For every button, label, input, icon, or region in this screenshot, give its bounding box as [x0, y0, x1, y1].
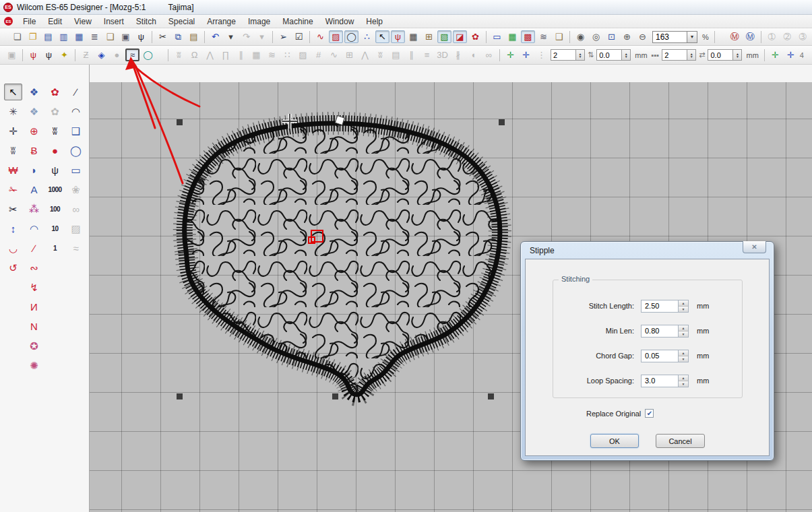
- pointer-tool-icon[interactable]: ↖: [375, 30, 389, 43]
- open-shape-digitize-icon[interactable]: И: [25, 298, 43, 315]
- binoculars-disabled-icon[interactable]: ∞: [67, 201, 85, 218]
- offset-object-icon[interactable]: ◈: [94, 49, 108, 61]
- parallel-hatch-icon[interactable]: ∕: [67, 84, 85, 100]
- reshape-object-icon[interactable]: ❖: [25, 84, 43, 100]
- menu-insert[interactable]: Insert: [98, 15, 130, 28]
- stitch-length-spinner[interactable]: ▲▼: [679, 300, 689, 313]
- stitch-length-input[interactable]: [641, 300, 679, 313]
- zoom-previous-icon[interactable]: ◎: [589, 30, 603, 43]
- align-points-icon[interactable]: ✛: [784, 49, 798, 61]
- menu-arrange[interactable]: Arrange: [201, 15, 242, 28]
- zoom-100-icon[interactable]: 100: [46, 201, 64, 218]
- ellipse-tool-icon[interactable]: ◯: [67, 142, 85, 159]
- curved-fill-icon[interactable]: ∿: [327, 49, 341, 61]
- run-digitize-icon[interactable]: ∕: [25, 240, 43, 257]
- import-machine-file-icon[interactable]: ▦: [72, 30, 86, 43]
- hatch-fill-view-icon[interactable]: ▨: [329, 30, 343, 43]
- zoom-1to1-icon[interactable]: ◉: [573, 30, 588, 43]
- menu-view[interactable]: View: [68, 15, 98, 28]
- zoom-box-icon[interactable]: ⊡: [604, 30, 619, 43]
- new-design-icon[interactable]: ❏: [10, 30, 24, 43]
- count-input[interactable]: [662, 49, 687, 61]
- undo-dropdown-icon[interactable]: ▾: [224, 30, 238, 43]
- rotate-stitch-icon[interactable]: ⊕: [25, 123, 43, 139]
- hoop-select-icon[interactable]: ▣: [5, 49, 19, 61]
- closed-shape-digitize-icon[interactable]: N: [25, 318, 43, 335]
- overlap-remove-icon[interactable]: ✪: [25, 338, 43, 354]
- ok-button[interactable]: OK: [590, 434, 639, 448]
- spacing-options-icon[interactable]: ⋮: [534, 49, 549, 61]
- zoom-dropdown-icon[interactable]: ▾: [687, 31, 697, 43]
- oval-effect-icon[interactable]: ◖: [466, 49, 480, 61]
- measure-tool-icon[interactable]: ↕: [4, 220, 22, 237]
- stitch-angle-icon[interactable]: ₩: [4, 162, 22, 179]
- density-input[interactable]: [551, 49, 576, 61]
- loop-effect-icon[interactable]: ∞: [482, 49, 496, 61]
- fur-effect-icon[interactable]: ∦: [451, 49, 465, 61]
- quick-select-icon[interactable]: ➢: [276, 30, 290, 43]
- zoom-out-icon[interactable]: ⊖: [635, 30, 650, 43]
- zoom-in-icon[interactable]: ⊕: [620, 30, 634, 43]
- auto-length-icon[interactable]: ✛: [519, 49, 533, 61]
- dialog-close-button[interactable]: ✕: [743, 241, 766, 253]
- 3d-warp-icon[interactable]: 3D: [435, 49, 449, 61]
- zigzag-run-icon[interactable]: ↯: [25, 279, 43, 296]
- lettering-tool-icon[interactable]: A: [25, 181, 43, 198]
- peak-fill-icon[interactable]: ⋀: [358, 49, 372, 61]
- zoom-1000-icon[interactable]: 1000: [46, 181, 64, 198]
- menu-stitch[interactable]: Stitch: [130, 15, 162, 28]
- min-len-input[interactable]: [641, 325, 679, 338]
- auto-options-icon[interactable]: ☑: [292, 30, 306, 43]
- print-preview-icon[interactable]: ❑: [103, 30, 117, 43]
- arc-reshape-icon[interactable]: ◠: [25, 220, 43, 237]
- count-spinner[interactable]: ▲▼: [687, 49, 696, 61]
- zoom-10-icon[interactable]: 10: [46, 220, 64, 237]
- paste-icon[interactable]: ▤: [187, 30, 201, 43]
- stitch-edit-icon[interactable]: ψ: [26, 49, 40, 61]
- stitch-insert-icon[interactable]: ψ: [42, 49, 56, 61]
- bean-stitch-icon[interactable]: ●: [46, 142, 64, 159]
- stitch-machine-icon[interactable]: ▣: [119, 30, 133, 43]
- zoom-1-icon[interactable]: 1: [46, 240, 64, 257]
- applique-disabled-icon[interactable]: ▨: [67, 220, 85, 237]
- loop-stitch-icon[interactable]: Ω: [187, 49, 201, 61]
- stitch-list-icon[interactable]: Ƶ: [79, 49, 93, 61]
- undo-icon[interactable]: ↶: [208, 30, 222, 43]
- artwork-view-icon[interactable]: ✿: [468, 30, 482, 43]
- small-stitch-cut-icon[interactable]: ✁: [4, 181, 22, 198]
- monitor-icon[interactable]: ▭: [490, 30, 504, 43]
- redo-dropdown-icon[interactable]: ▾: [255, 30, 269, 43]
- auto-spacing-icon[interactable]: ✛: [503, 49, 518, 61]
- menu-window[interactable]: Window: [319, 15, 361, 28]
- arc-digitize-icon[interactable]: ◠: [67, 103, 85, 120]
- flower-outline-icon[interactable]: ✿: [46, 103, 64, 120]
- mirror-merge-icon[interactable]: ⁂: [25, 201, 43, 218]
- stitch-select-icon[interactable]: ʬ: [4, 142, 22, 159]
- wreath-tool-icon[interactable]: ↺: [4, 259, 22, 276]
- spacing-input[interactable]: [708, 49, 733, 61]
- needle-points-view-icon[interactable]: ∴: [360, 30, 374, 43]
- dot-fill-icon[interactable]: ∷: [280, 49, 294, 61]
- digitize-points-icon[interactable]: ✦: [57, 49, 71, 61]
- design-properties-icon[interactable]: ❑: [552, 30, 566, 43]
- open-design-icon[interactable]: ❐: [26, 30, 40, 43]
- cut-icon[interactable]: ✂: [156, 30, 170, 43]
- grid-fill-icon[interactable]: ▦: [249, 49, 263, 61]
- offset-spinner[interactable]: ▲▼: [622, 49, 631, 61]
- machine-queue-3-icon[interactable]: ➂: [796, 30, 810, 43]
- satin-stitch-icon[interactable]: ʬ: [172, 49, 186, 61]
- copy-icon[interactable]: ⧉: [171, 30, 185, 43]
- slow-redraw-icon[interactable]: ≋: [536, 30, 551, 43]
- zoom-factor-input[interactable]: [652, 31, 687, 43]
- penetrations-view-icon[interactable]: ψ: [391, 30, 405, 43]
- branch-flower-icon[interactable]: ✿: [46, 84, 64, 100]
- drop-needle-icon[interactable]: ψ: [46, 162, 64, 179]
- fan-stitch-icon[interactable]: ◡: [4, 240, 22, 257]
- select-tool-icon[interactable]: ↖: [4, 84, 22, 100]
- vertex-select-icon[interactable]: ✛: [4, 123, 22, 139]
- document-menu-icon[interactable]: ES: [4, 17, 13, 26]
- menu-edit[interactable]: Edit: [42, 15, 68, 28]
- horizontal-lines-icon[interactable]: ≡: [420, 49, 434, 61]
- connect-machine-icon[interactable]: ψ: [134, 30, 148, 43]
- stipple-disabled-icon[interactable]: ≈: [67, 240, 85, 257]
